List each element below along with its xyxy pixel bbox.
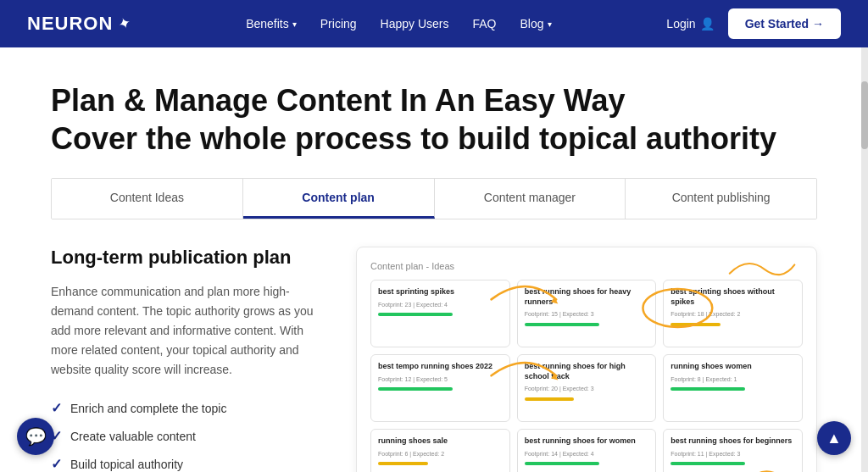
content-panel: Content plan - Ideas best sprinting spik… xyxy=(356,247,817,472)
card-9: best running shoes for beginners Footpri… xyxy=(663,429,803,472)
card-grid-label: Content plan - Ideas xyxy=(370,261,803,271)
scrollbar-thumb[interactable] xyxy=(861,81,868,149)
get-started-nav-button[interactable]: Get Started → xyxy=(728,8,841,39)
hero-title: Plan & Manage Content In An Easy Way Cov… xyxy=(51,81,817,158)
tab-content-ideas[interactable]: Content Ideas xyxy=(52,179,243,219)
arrow-up-icon: ▲ xyxy=(826,430,842,447)
tab-content-publishing[interactable]: Content publishing xyxy=(626,179,816,219)
card-bar-7 xyxy=(378,462,428,465)
chat-bubble[interactable]: 💬 xyxy=(17,418,54,455)
card-bar-2 xyxy=(525,323,599,326)
nav-faq[interactable]: FAQ xyxy=(472,17,496,31)
feature-item-3: ✓ Build topical authority xyxy=(51,456,322,472)
card-bar-4 xyxy=(378,387,453,391)
card-3: best sprinting shoes without spikes Foot… xyxy=(663,280,803,347)
nav-benefits[interactable]: Benefits ▾ xyxy=(246,17,297,31)
card-6: running shoes women Footprint: 8 | Expec… xyxy=(663,354,803,422)
card-bar-9 xyxy=(670,462,745,465)
content-section: Long-term publication plan Enhance commu… xyxy=(51,247,817,472)
check-icon-1: ✓ xyxy=(51,400,62,416)
scroll-to-top-button[interactable]: ▲ xyxy=(817,421,851,455)
chevron-down-icon: ▾ xyxy=(548,19,552,29)
card-1: best sprinting spikes Footprint: 23 | Ex… xyxy=(370,280,510,347)
tab-content-manager[interactable]: Content manager xyxy=(435,179,626,219)
card-7: running shoes sale Footprint: 6 | Expect… xyxy=(370,429,510,472)
chevron-down-icon: ▾ xyxy=(292,19,297,29)
chat-icon: 💬 xyxy=(25,426,47,447)
card-bar-1 xyxy=(378,313,453,316)
card-5: best running shoes for high school track… xyxy=(517,354,657,422)
card-grid: best sprinting spikes Footprint: 23 | Ex… xyxy=(370,280,803,472)
tabs: Content Ideas Content plan Content manag… xyxy=(51,178,817,219)
navbar-actions: Login 👤 Get Started → xyxy=(666,8,841,39)
check-icon-3: ✓ xyxy=(51,456,62,472)
card-8: best running shoes for women Footprint: … xyxy=(517,429,657,472)
brand-name: NEURON xyxy=(27,13,113,35)
nav-links: Benefits ▾ Pricing Happy Users FAQ Blog … xyxy=(246,17,551,31)
tab-content-plan[interactable]: Content plan xyxy=(243,179,435,219)
feature-item-1: ✓ Enrich and complete the topic xyxy=(51,400,322,416)
nav-blog[interactable]: Blog ▾ xyxy=(520,17,552,31)
main-content: Plan & Manage Content In An Easy Way Cov… xyxy=(0,47,868,472)
feature-item-2: ✓ Create valuable content xyxy=(51,428,322,444)
logo[interactable]: NEURON ✦ xyxy=(27,13,131,35)
scrollbar[interactable] xyxy=(861,47,868,472)
navbar: NEURON ✦ Benefits ▾ Pricing Happy Users … xyxy=(0,0,868,47)
card-bar-5 xyxy=(525,397,575,401)
section-title: Long-term publication plan xyxy=(51,247,322,269)
card-bar-8 xyxy=(525,462,599,465)
card-bar-3 xyxy=(670,323,721,326)
nav-happy-users[interactable]: Happy Users xyxy=(381,17,449,31)
nav-pricing[interactable]: Pricing xyxy=(320,17,357,31)
card-4: best tempo running shoes 2022 Footprint:… xyxy=(370,354,510,422)
section-description: Enhance communication and plan more high… xyxy=(51,282,322,380)
login-button[interactable]: Login 👤 xyxy=(666,17,714,31)
user-icon: 👤 xyxy=(700,17,715,31)
card-bar-6 xyxy=(670,387,745,391)
content-left: Long-term publication plan Enhance commu… xyxy=(51,247,322,472)
logo-icon: ✦ xyxy=(115,13,134,35)
card-2: best running shoes for heavy runners Foo… xyxy=(517,280,657,347)
feature-list: ✓ Enrich and complete the topic ✓ Create… xyxy=(51,400,322,472)
